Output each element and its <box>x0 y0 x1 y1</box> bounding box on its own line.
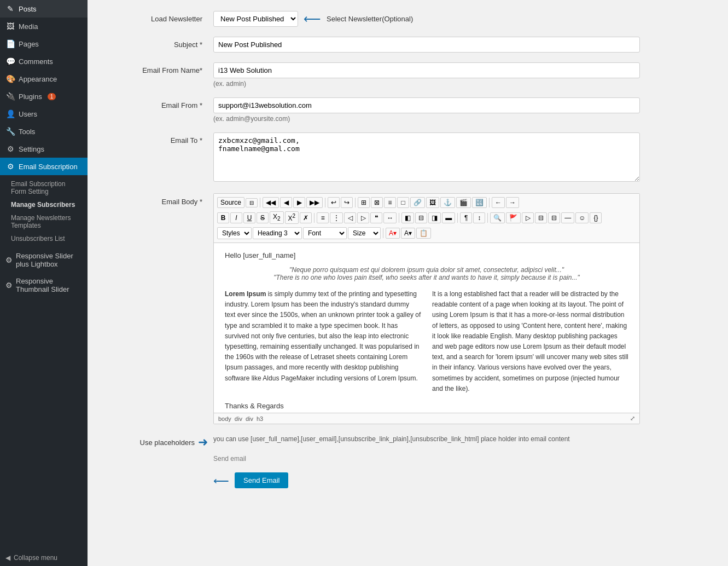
toolbar-prev[interactable]: ◀ <box>280 197 292 208</box>
unordered-list-button[interactable]: ⋮ <box>330 212 343 223</box>
sidebar-item-thumbnail-slider[interactable]: ⚙ Responsive Thumbnail Slider <box>0 273 88 298</box>
toolbar-sep7 <box>457 213 458 223</box>
outdent-button[interactable]: ◁ <box>344 212 356 223</box>
toolbar-sep6 <box>399 213 399 223</box>
indent-button[interactable]: ▷ <box>357 212 369 223</box>
underline-button[interactable]: U <box>243 212 255 223</box>
sidebar-item-plugins[interactable]: 🔌 Plugins 1 <box>0 88 88 105</box>
content-columns: Lorem Ipsum is simply dummy text of the … <box>225 289 628 394</box>
sidebar-item-label: Responsive Slider plus Lightbox <box>16 252 82 268</box>
sidebar-item-label: Plugins <box>19 93 42 101</box>
email-from-name-row: Email From Name* (ex. admin) <box>104 62 712 88</box>
paragraph-button[interactable]: ¶ <box>460 212 472 223</box>
email-from-row: Email From * (ex. admin@yoursite.com) <box>104 97 712 123</box>
bg-color-button[interactable]: A▾ <box>401 228 415 239</box>
ordered-list-button[interactable]: ≡ <box>317 212 329 223</box>
align-right-button[interactable]: ◨ <box>428 212 441 223</box>
smiley-button[interactable]: ☺ <box>575 212 589 223</box>
toolbar-link[interactable]: 🔗 <box>410 197 425 208</box>
toolbar-left[interactable]: ← <box>492 197 505 208</box>
toolbar-sep9 <box>383 228 383 238</box>
sidebar-item-email-subscription[interactable]: ⚙ Email Subscription <box>0 158 88 175</box>
superscript-button[interactable]: X2 <box>285 211 299 224</box>
blockquote-button[interactable]: ❝ <box>370 212 382 223</box>
sidebar: ✎ Posts 🖼 Media 📄 Pages 💬 Comments 🎨 App… <box>0 0 88 566</box>
send-email-button[interactable]: Send Email <box>235 472 288 488</box>
sidebar-item-users[interactable]: 👤 Users <box>0 105 88 123</box>
editor-body[interactable]: Hello [user_full_name] "Neque porro quis… <box>214 243 639 413</box>
italic-button[interactable]: I <box>230 212 242 223</box>
subject-row: Subject * <box>104 37 712 53</box>
sidebar-item-pages[interactable]: 📄 Pages <box>0 35 88 53</box>
size-dropdown[interactable]: Size <box>348 227 381 239</box>
sidebar-item-media[interactable]: 🖼 Media <box>0 18 88 35</box>
toolbar-right[interactable]: → <box>506 197 519 208</box>
source-button[interactable]: Source <box>217 197 244 208</box>
email-from-name-control: (ex. admin) <box>213 62 640 88</box>
heading-dropdown[interactable]: Heading 3 <box>253 227 302 239</box>
collapse-menu[interactable]: ◀ Collapse menu <box>0 550 88 566</box>
toolbar-unlink[interactable]: 🖼 <box>426 197 439 208</box>
toolbar-flash[interactable]: 🔣 <box>472 197 487 208</box>
toolbar-next-next[interactable]: ▶▶ <box>306 197 323 208</box>
hr-button[interactable]: — <box>561 212 574 223</box>
sidebar-item-settings[interactable]: ⚙ Settings <box>0 140 88 158</box>
toolbar-sep2 <box>325 198 325 207</box>
toolbar-find[interactable]: ⊞ <box>358 197 370 208</box>
strikethrough-button[interactable]: S <box>257 212 269 223</box>
sub-item-manage-newsletters[interactable]: Manage Newsletters Templates <box>0 211 88 232</box>
font-dropdown[interactable]: Font <box>303 227 347 239</box>
sub-item-unsubscribers-list[interactable]: Unsubscribers List <box>0 232 88 245</box>
sidebar-item-responsive-slider[interactable]: ⚙ Responsive Slider plus Lightbox <box>0 247 88 273</box>
load-newsletter-label: Load Newsletter <box>104 11 213 23</box>
toolbar-redo[interactable]: ↪ <box>341 197 353 208</box>
appearance-icon: 🎨 <box>5 74 15 83</box>
toolbar-image[interactable]: 🎬 <box>456 197 471 208</box>
styles-dropdown[interactable]: Styles <box>217 227 252 239</box>
editor-quote: "Neque porro quisquam est qui dolorem ip… <box>225 266 628 281</box>
horizontal-rule-button[interactable]: ↔ <box>383 212 397 223</box>
comments-icon: 💬 <box>5 57 15 66</box>
template-button[interactable]: {} <box>590 212 602 223</box>
toolbar-spell[interactable]: □ <box>397 197 409 208</box>
sidebar-item-tools[interactable]: 🔧 Tools <box>0 123 88 140</box>
sidebar-item-appearance[interactable]: 🎨 Appearance <box>0 70 88 88</box>
right-col-text: It is a long established fact that a rea… <box>432 289 628 394</box>
placeholder-hint: you can use [user_full_name],[user_email… <box>213 434 712 443</box>
table2-button[interactable]: ⊟ <box>548 212 560 223</box>
editor-toolbar: Source ⊟ ◀◀ ◀ ▶ ▶▶ ↩ ↪ ⊞ ⊠ ≡ <box>214 194 639 243</box>
line-height-button[interactable]: ↕ <box>473 212 485 223</box>
table-button[interactable]: ⊟ <box>535 212 547 223</box>
posts-icon: ✎ <box>5 4 15 13</box>
toolbar-undo[interactable]: ↩ <box>328 197 340 208</box>
toolbar-icon-btn[interactable]: ⊟ <box>246 198 258 207</box>
newsletter-select[interactable]: New Post Published Custom Newsletter <box>213 11 298 27</box>
sidebar-item-comments[interactable]: 💬 Comments <box>0 53 88 70</box>
font-color-button[interactable]: A▾ <box>386 228 400 239</box>
remove-format-button[interactable]: ✗ <box>300 212 312 223</box>
sidebar-item-label: Media <box>19 22 38 31</box>
search-button[interactable]: 🔍 <box>490 212 505 223</box>
align-justify-button[interactable]: ▬ <box>442 212 455 223</box>
toolbar-next[interactable]: ▶ <box>293 197 305 208</box>
bold-button[interactable]: B <box>217 212 229 223</box>
sidebar-item-posts[interactable]: ✎ Posts <box>0 0 88 18</box>
sub-item-form-setting[interactable]: Email Subscription Form Setting <box>0 177 88 198</box>
resize-handle[interactable]: ⤢ <box>630 415 635 422</box>
align-center-button[interactable]: ⊟ <box>415 212 427 223</box>
sub-item-manage-subscribers[interactable]: Manage Subscribers <box>0 198 88 211</box>
subject-input[interactable] <box>213 37 640 53</box>
subscript-button[interactable]: X2 <box>270 211 284 223</box>
email-from-input[interactable] <box>213 97 640 113</box>
play-button[interactable]: ▷ <box>522 212 534 223</box>
toolbar-anchor[interactable]: ⚓ <box>440 197 455 208</box>
copy-format-button[interactable]: 📋 <box>416 228 431 239</box>
align-left-button[interactable]: ◧ <box>401 212 414 223</box>
quote-line1: "Neque porro quisquam est qui dolorem ip… <box>225 266 628 274</box>
email-from-name-input[interactable] <box>213 62 640 78</box>
flag-button[interactable]: 🚩 <box>506 212 521 223</box>
toolbar-prev-prev[interactable]: ◀◀ <box>263 197 279 208</box>
toolbar-select-all[interactable]: ≡ <box>384 197 396 208</box>
toolbar-replace[interactable]: ⊠ <box>371 197 383 208</box>
email-to-textarea[interactable]: zxbcmxzc@gmail.com, fnamelname@gmal.com <box>213 132 640 182</box>
